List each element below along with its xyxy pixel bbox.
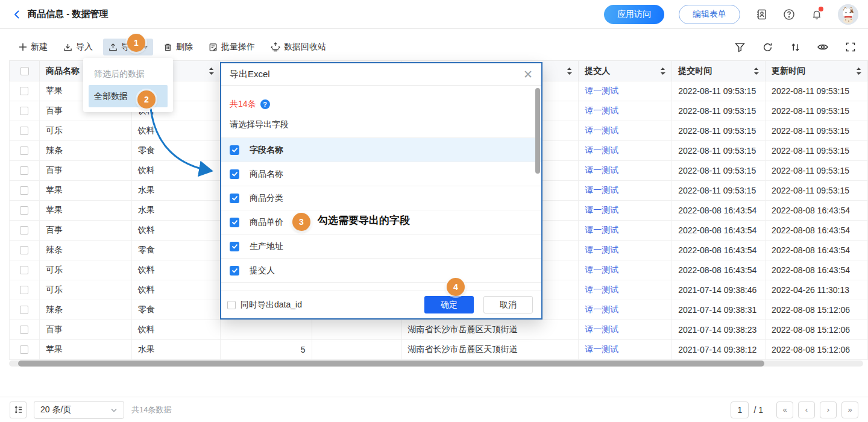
cell-submitter: 谭一测试: [579, 101, 672, 121]
row-checkbox[interactable]: [20, 206, 28, 215]
sort-icon[interactable]: [567, 67, 572, 75]
sort-icon[interactable]: [856, 67, 861, 75]
field-checkbox-checked[interactable]: [230, 194, 239, 203]
app-access-button[interactable]: 应用访问: [604, 5, 664, 24]
topbar-actions: 应用访问 编辑表单: [604, 4, 858, 25]
cell-name: 苹果: [40, 181, 132, 201]
submitter-link[interactable]: 谭一测试: [585, 125, 618, 136]
refresh-icon[interactable]: [761, 40, 774, 54]
prev-page-button[interactable]: ‹: [798, 402, 815, 418]
submitter-link[interactable]: 谭一测试: [585, 304, 618, 315]
field-label: 生产地址: [250, 241, 283, 252]
page-size-select[interactable]: 20 条/页: [34, 401, 124, 419]
row-checkbox[interactable]: [20, 107, 28, 115]
table-row: 苹果水果5湖南省长沙市岳麓区天顶街道谭一测试2021-07-14 09:38:1…: [9, 340, 868, 360]
delete-button[interactable]: 删除: [158, 39, 198, 55]
import-button[interactable]: 导入: [58, 39, 98, 55]
submitter-link[interactable]: 谭一测试: [585, 165, 618, 176]
row-checkbox[interactable]: [20, 186, 28, 195]
last-page-button[interactable]: »: [841, 402, 858, 418]
contacts-icon[interactable]: [755, 8, 768, 21]
submitter-link[interactable]: 谭一测试: [585, 344, 618, 355]
cell-checkbox: [10, 81, 40, 101]
row-checkbox[interactable]: [20, 166, 28, 175]
help-icon[interactable]: [782, 8, 796, 21]
submitter-link[interactable]: 谭一测试: [585, 106, 618, 116]
row-checkbox[interactable]: [20, 266, 28, 274]
field-checkbox-checked[interactable]: [230, 242, 239, 251]
confirm-button[interactable]: 确定: [424, 296, 474, 313]
field-checkbox-checked[interactable]: [230, 266, 239, 276]
submitter-link[interactable]: 谭一测试: [585, 225, 618, 236]
sort-icon[interactable]: [209, 67, 214, 75]
count-help-icon[interactable]: ?: [260, 99, 270, 109]
submitter-link[interactable]: 谭一测试: [585, 245, 618, 256]
close-icon[interactable]: ✕: [523, 69, 533, 80]
edit-form-button[interactable]: 编辑表单: [679, 5, 740, 24]
cell-name: 百事: [40, 161, 132, 181]
submitter-link[interactable]: 谭一测试: [585, 86, 618, 96]
cell-category: 水果: [132, 181, 221, 201]
cancel-button[interactable]: 取消: [483, 296, 533, 313]
data-id-checkbox[interactable]: [227, 301, 236, 309]
horizontal-scrollbar-thumb[interactable]: [18, 361, 764, 367]
cell-update_time: 2022-08-11 09:53:15: [766, 161, 868, 181]
submitter-link[interactable]: 谭一测试: [585, 185, 618, 196]
sort-icon[interactable]: [660, 67, 665, 75]
select-all-checkbox[interactable]: [20, 67, 29, 75]
field-checkbox-checked[interactable]: [230, 169, 239, 179]
app-root: 商品信息 - 数据管理 应用访问 编辑表单: [0, 0, 868, 422]
row-checkbox[interactable]: [20, 226, 28, 235]
batch-operation-label: 批量操作: [221, 42, 255, 52]
batch-operation-button[interactable]: 批量操作: [203, 39, 260, 55]
column-label: 提交人: [585, 66, 610, 77]
cell-submit_time: 2022-08-11 09:53:15: [672, 121, 766, 141]
export-field-list: 字段名称商品名称商品分类商品单价生产地址提交人: [221, 137, 541, 283]
row-checkbox[interactable]: [20, 246, 28, 254]
row-checkbox[interactable]: [20, 345, 28, 354]
cell-update_time: 2022-08-08 15:12:06: [766, 300, 868, 320]
page-number-input[interactable]: [731, 402, 749, 418]
first-page-button[interactable]: «: [776, 402, 793, 418]
avatar[interactable]: [838, 4, 858, 25]
row-checkbox[interactable]: [20, 306, 28, 314]
visibility-eye-icon[interactable]: [816, 40, 829, 54]
field-checkbox-checked[interactable]: [230, 218, 239, 227]
fullscreen-icon[interactable]: [844, 40, 857, 54]
cell-submit_time: 2021-07-14 09:38:12: [672, 340, 766, 360]
field-checkbox-checked[interactable]: [230, 145, 239, 155]
row-height-icon[interactable]: [10, 402, 27, 418]
filter-icon[interactable]: [733, 40, 746, 54]
submitter-link[interactable]: 谭一测试: [585, 205, 618, 216]
cell-submitter: 谭一测试: [579, 121, 672, 141]
notification-bell-icon[interactable]: [810, 8, 823, 21]
row-checkbox[interactable]: [20, 87, 28, 95]
column-label: 提交时间: [678, 66, 712, 77]
cell-category: 零食: [132, 300, 221, 320]
submitter-link[interactable]: 谭一测试: [585, 145, 618, 156]
row-checkbox[interactable]: [20, 326, 28, 334]
menu-item-all-data[interactable]: 全部数据: [89, 85, 168, 107]
cell-submit_time: 2022-08-08 16:43:54: [672, 201, 766, 221]
submitter-link[interactable]: 谭一测试: [585, 265, 618, 276]
submitter-link[interactable]: 谭一测试: [585, 285, 618, 295]
menu-item-filtered-data[interactable]: 筛选后的数据: [89, 63, 168, 85]
cell-name: 可乐: [40, 121, 132, 141]
recycle-bin-button[interactable]: 数据回收站: [265, 39, 332, 55]
submitter-link[interactable]: 谭一测试: [585, 324, 618, 335]
next-page-button[interactable]: ›: [820, 402, 837, 418]
dialog-scrollbar-thumb[interactable]: [535, 88, 540, 174]
row-checkbox[interactable]: [20, 127, 28, 135]
field-label: 商品单价: [250, 217, 283, 228]
sort-icon[interactable]: [788, 40, 802, 54]
recycle-bin-label: 数据回收站: [284, 42, 326, 52]
row-checkbox[interactable]: [20, 146, 28, 155]
new-button[interactable]: 新建: [13, 39, 53, 55]
cell-category: 零食: [132, 141, 221, 161]
back-icon[interactable]: [12, 10, 22, 19]
export-field-row: 提交人: [221, 259, 541, 283]
cell-update_time: 2022-08-08 15:12:06: [766, 340, 868, 360]
dialog-title: 导出Excel: [230, 69, 270, 80]
sort-icon[interactable]: [753, 67, 759, 75]
row-checkbox[interactable]: [20, 286, 28, 294]
